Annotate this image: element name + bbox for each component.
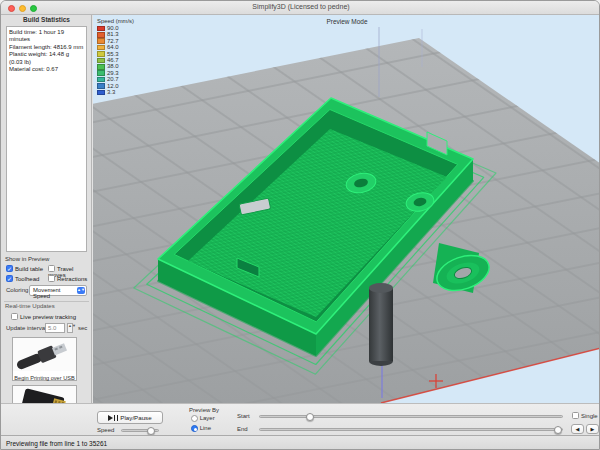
update-interval-input[interactable]: 5.0	[45, 323, 65, 333]
speed-slider[interactable]	[121, 429, 159, 432]
end-slider[interactable]	[259, 428, 563, 431]
end-slider-label: End	[237, 426, 248, 432]
title-bar: Simplify3D (Licensed to pedne)	[1, 1, 600, 15]
status-bar: Previewing file from line 1 to 35261	[1, 435, 600, 450]
legend-swatch	[97, 38, 105, 44]
legend-swatch	[97, 64, 105, 70]
stat-build-time: Build time: 1 hour 19 minutes	[9, 29, 84, 44]
preview-scene	[93, 15, 600, 403]
stat-filament-length: Filament length: 4816.9 mm	[9, 44, 84, 51]
legend-swatch	[97, 70, 105, 76]
end-slider-thumb[interactable]	[554, 426, 562, 434]
preview-by-label: Preview By	[181, 407, 227, 413]
speed-slider-label: Speed	[97, 427, 114, 433]
update-interval-stepper[interactable]: ▲▼	[67, 323, 73, 333]
update-interval-unit: sec	[78, 325, 87, 331]
radio-line[interactable]: Line	[191, 425, 211, 432]
start-slider[interactable]	[259, 415, 563, 418]
legend-swatch	[97, 51, 105, 57]
step-back-button[interactable]: ◀	[571, 424, 584, 434]
single-line-checkbox-row[interactable]: Single line on	[572, 412, 600, 419]
legend-swatch	[97, 45, 105, 51]
single-line-checkbox[interactable]	[572, 412, 579, 419]
stat-material-cost: Material cost: 0.67	[9, 66, 84, 73]
legend-swatch	[97, 90, 105, 96]
checkbox-toolhead[interactable]: ✓Toolhead	[6, 275, 39, 282]
preview-toolbar: Play/Pause Speed Preview By Layer Line S…	[1, 403, 600, 435]
play-pause-icon	[108, 413, 118, 424]
update-interval-label: Update interval	[6, 325, 46, 331]
start-slider-thumb[interactable]	[306, 413, 314, 421]
usb-caption: Begin Printing over USB	[13, 375, 76, 382]
legend-swatch	[97, 83, 105, 89]
usb-cable-photo	[13, 338, 76, 371]
retractions-checkbox[interactable]	[48, 275, 55, 282]
build-table-checkbox[interactable]: ✓	[6, 265, 13, 272]
dropdown-stepper-icon: ▲▼	[77, 287, 85, 294]
preview-mode-label: Preview Mode	[93, 18, 600, 25]
checkbox-retractions[interactable]: Retractions	[48, 275, 87, 282]
checkbox-live-preview[interactable]: Live preview tracking	[11, 313, 76, 320]
viewport-3d[interactable]: Preview Mode Speed (mm/s) 90.0 81.3 72.7…	[93, 15, 600, 403]
status-text: Previewing file from line 1 to 35261	[6, 440, 107, 447]
legend-swatch	[97, 32, 105, 38]
app-window: Simplify3D (Licensed to pedne) Build Sta…	[0, 0, 600, 450]
window-title: Simplify3D (Licensed to pedne)	[1, 3, 600, 10]
build-statistics-box: Build time: 1 hour 19 minutes Filament l…	[6, 26, 87, 252]
sidebar: Build Statistics Build time: 1 hour 19 m…	[1, 15, 92, 435]
step-forward-button[interactable]: ▶	[586, 424, 599, 434]
realtime-updates-title: Real-time Updates	[5, 303, 55, 309]
speed-legend: Speed (mm/s) 90.0 81.3 72.7 64.0 55.3 46…	[97, 18, 134, 95]
coloring-label: Coloring	[6, 287, 28, 293]
begin-printing-usb-button[interactable]: Begin Printing over USB	[12, 337, 77, 381]
build-statistics-title: Build Statistics	[1, 16, 92, 23]
legend-swatch	[97, 58, 105, 64]
toolhead-checkbox[interactable]: ✓	[6, 275, 13, 282]
legend-swatch	[97, 26, 105, 32]
line-radio[interactable]	[191, 425, 198, 432]
speed-slider-thumb[interactable]	[147, 427, 155, 435]
play-pause-button[interactable]: Play/Pause	[97, 411, 163, 424]
divider	[4, 301, 89, 302]
show-in-preview-label: Show in Preview	[5, 256, 49, 262]
legend-title: Speed (mm/s)	[97, 18, 134, 24]
coloring-dropdown[interactable]: Movement Speed ▲▼	[29, 285, 87, 296]
legend-entry: 3.3	[97, 89, 134, 95]
radio-layer[interactable]: Layer	[191, 415, 215, 422]
stat-plastic-weight: Plastic weight: 14.48 g (0.03 lb)	[9, 51, 84, 66]
checkbox-build-table[interactable]: ✓Build table	[6, 265, 43, 272]
live-preview-checkbox[interactable]	[11, 313, 18, 320]
layer-radio[interactable]	[191, 415, 198, 422]
travel-moves-checkbox[interactable]	[48, 265, 55, 272]
legend-swatch	[97, 77, 105, 83]
start-slider-label: Start	[237, 413, 250, 419]
